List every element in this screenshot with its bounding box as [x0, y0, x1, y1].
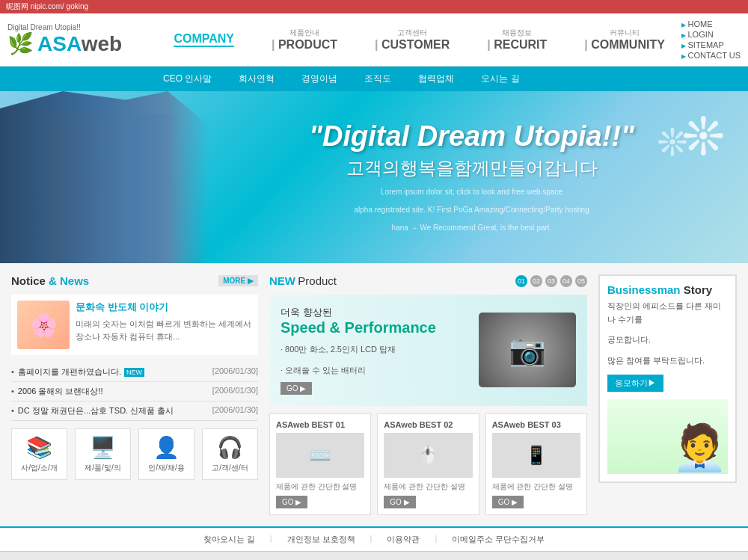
- footer-link-2[interactable]: 이용약관: [387, 534, 420, 545]
- icon-box-3[interactable]: 🎧 고/객/센/터: [202, 428, 258, 480]
- nav-product-sub: 제품안내: [272, 28, 337, 38]
- nav-recurit-sub: 채용정보: [487, 28, 547, 38]
- watermark-top-text: 昵图网 nipic.com/ goking: [6, 1, 88, 12]
- icon-box-1[interactable]: 🖥️ 제/품/및/의: [75, 428, 131, 480]
- businessman-figure: 🧑‍💼: [672, 421, 728, 474]
- banner-desc3: hana → We Recommend Great, is the best p…: [309, 222, 634, 234]
- nav-recurit[interactable]: 채용정보 RECURIT: [487, 28, 547, 52]
- banner-text: "Digital Dream Utopia!!" 고객의행복을함께만들어갑니다 …: [309, 120, 634, 234]
- business-story: Businessman Story 직장인의 에피소드를 다른 재미나 수기를 …: [598, 274, 737, 483]
- best-go-0[interactable]: GO ▶: [276, 496, 307, 508]
- best-item-1: ASAweb BEST 02 🖱️ 제품에 관한 간단한 설명 GO ▶: [377, 413, 479, 515]
- sub-nav: CEO 인사말 회사연혁 경영이념 조직도 협력업체 오시는 길: [0, 67, 748, 91]
- best-desc-0: 제품에 관한 간단한 설명: [276, 481, 364, 492]
- list-item-text2[interactable]: •2006 올해의 브랜대상!!: [11, 386, 103, 397]
- sub-nav-ceo[interactable]: CEO 인사말: [150, 67, 225, 91]
- tagline: Digital Dream Utopia!!: [7, 23, 157, 31]
- brand-asa: ASA: [37, 32, 82, 55]
- product-desc2: · 오래쓸 수 있는 배터리: [280, 363, 471, 378]
- sub-nav-org[interactable]: 조직도: [351, 67, 405, 91]
- list-item: •2006 올해의 브랜대상!! [2006/01/30]: [11, 382, 258, 401]
- best-title-1: ASAweb BEST 02: [384, 420, 472, 429]
- bs-desc1: 직장인의 에피소드를 다른 재미나 수기를: [607, 300, 728, 326]
- new-product-section: NEW Product 01 02 03 04 05 더욱 향상된 Speed …: [269, 274, 587, 515]
- bs-apply-btn[interactable]: 응모하기▶: [607, 375, 663, 392]
- banner-desc2: alpha registrated site. K! First PoGa Am…: [309, 204, 634, 216]
- business-icon: 📚: [16, 435, 63, 460]
- list-item-date3: [2006/01/30]: [212, 405, 258, 416]
- nav-customer-sub: 고객센터: [375, 28, 450, 38]
- nav-product[interactable]: 제품안내 PRODUCT: [272, 28, 337, 52]
- bs-title-bus: Businessman: [607, 283, 681, 296]
- sub-nav-history[interactable]: 회사연혁: [225, 67, 288, 91]
- icon-label-1: 제/품/및/의: [79, 463, 126, 473]
- sub-nav-partner[interactable]: 협력업체: [405, 67, 468, 91]
- brand: 🌿 ASAweb: [7, 31, 157, 56]
- footer-link-3[interactable]: 이메일주소 무단수집거부: [452, 534, 545, 545]
- icon-row: 📚 사/업/소/개 🖥️ 제/품/및/의 👤 인/재/채/용 🎧 고/객/센/터: [11, 428, 258, 480]
- product-dots: 01 02 03 04 05: [515, 275, 587, 287]
- notice-top-item: 🌸 문화속 반도체 이야기 미래의 숫자는 이처럼 빠르게 변화하는 세계에서 …: [11, 295, 258, 355]
- right-link-sitemap[interactable]: SITEMAP: [681, 40, 741, 49]
- sub-nav-location[interactable]: 오시는 길: [468, 67, 533, 91]
- dandelion-decoration2: ❊: [657, 121, 688, 164]
- footer-links: 찾아오시는 길 | 개인정보 보호정책 | 이용약관 | 이메일주소 무단수집거…: [0, 526, 748, 551]
- list-item-text[interactable]: •홈페이지를 개편하였습니다.NEW: [11, 366, 144, 378]
- best-img-2: 📱: [492, 433, 580, 478]
- list-item: •DC 정말 채권단은...삼호 TSD. 신제품 출시 [2006/01/30…: [11, 401, 258, 421]
- nav-community-sub: 커뮤니티: [584, 28, 665, 38]
- dot-5[interactable]: 05: [575, 275, 587, 287]
- best-desc-2: 제품에 관한 간단한 설명: [492, 481, 580, 492]
- dot-1[interactable]: 01: [515, 275, 527, 287]
- list-item-text3[interactable]: •DC 정말 채권단은...삼호 TSD. 신제품 출시: [11, 405, 174, 416]
- new-product-header: NEW Product 01 02 03 04 05: [269, 274, 587, 287]
- right-link-login[interactable]: LOGIN: [681, 30, 741, 39]
- product-banner-img: 📷: [479, 313, 576, 387]
- nav-product-label: PRODUCT: [272, 38, 337, 52]
- nav-customer[interactable]: 고객센터 CUSTOMER: [375, 28, 450, 52]
- best-img-1: 🖱️: [384, 433, 472, 478]
- flower-icon: 🌸: [30, 312, 58, 338]
- icon-box-0[interactable]: 📚 사/업/소/개: [11, 428, 67, 480]
- banner-title: "Digital Dream Utopia!!": [309, 120, 634, 153]
- business-story-section: Businessman Story 직장인의 에피소드를 다른 재미나 수기를 …: [598, 274, 737, 515]
- sub-nav-management[interactable]: 경영이념: [288, 67, 351, 91]
- nav-company[interactable]: COMPANY: [174, 32, 234, 47]
- icon-label-0: 사/업/소/개: [16, 463, 63, 473]
- footer-link-0[interactable]: 찾아오시는 길: [203, 534, 255, 545]
- nav-community[interactable]: 커뮤니티 COMMUNITY: [584, 28, 665, 52]
- product-go-btn[interactable]: GO ▶: [280, 382, 312, 395]
- footer-link-1[interactable]: 개인정보 보호정책: [287, 534, 355, 545]
- notice-title-text: Notice & News: [11, 274, 89, 287]
- product-desc1: · 800만 화소, 2.5인치 LCD 탑재: [280, 342, 471, 357]
- notice-more-btn[interactable]: MORE ▶: [218, 275, 258, 286]
- right-link-contact[interactable]: CONTACT US: [681, 51, 741, 60]
- notice-light: & News: [46, 274, 89, 287]
- bs-desc2: 공모합니다.: [607, 333, 728, 347]
- new-product-title: NEW Product: [269, 274, 337, 287]
- best-desc-1: 제품에 관한 간단한 설명: [384, 481, 472, 492]
- best-go-2[interactable]: GO ▶: [492, 496, 524, 508]
- right-link-home[interactable]: HOME: [681, 19, 741, 28]
- customer-icon: 🎧: [206, 435, 254, 460]
- logo-area: Digital Dream Utopia!! 🌿 ASAweb: [7, 23, 157, 56]
- nav-customer-label: CUSTOMER: [375, 38, 450, 52]
- notice-top-img: 🌸: [17, 301, 70, 349]
- banner-subtitle: 고객의행복을함께만들어갑니다: [309, 156, 634, 180]
- nav-company-label: COMPANY: [174, 32, 234, 47]
- dot-3[interactable]: 03: [545, 275, 557, 287]
- header: Digital Dream Utopia!! 🌿 ASAweb COMPANY …: [0, 13, 748, 67]
- notice-section: Notice & News MORE ▶ 🌸 문화속 반도체 이야기 미래의 숫…: [11, 274, 258, 515]
- icon-label-2: 인/재/채/용: [143, 463, 190, 473]
- brand-web: web: [82, 32, 122, 55]
- product-more-text: 더욱 향상된: [280, 306, 471, 319]
- best-go-1[interactable]: GO ▶: [384, 496, 415, 508]
- icon-box-2[interactable]: 👤 인/재/채/용: [138, 428, 194, 480]
- best-title-2: ASAweb BEST 03: [492, 420, 580, 429]
- bs-title-story: Story: [684, 283, 712, 296]
- product-banner: 더욱 향상된 Speed & Performance · 800만 화소, 2.…: [269, 295, 587, 406]
- list-item-date2: [2006/01/30]: [212, 386, 258, 397]
- notice-top-title[interactable]: 문화속 반도체 이야기: [76, 301, 252, 314]
- dot-2[interactable]: 02: [530, 275, 542, 287]
- dot-4[interactable]: 04: [560, 275, 572, 287]
